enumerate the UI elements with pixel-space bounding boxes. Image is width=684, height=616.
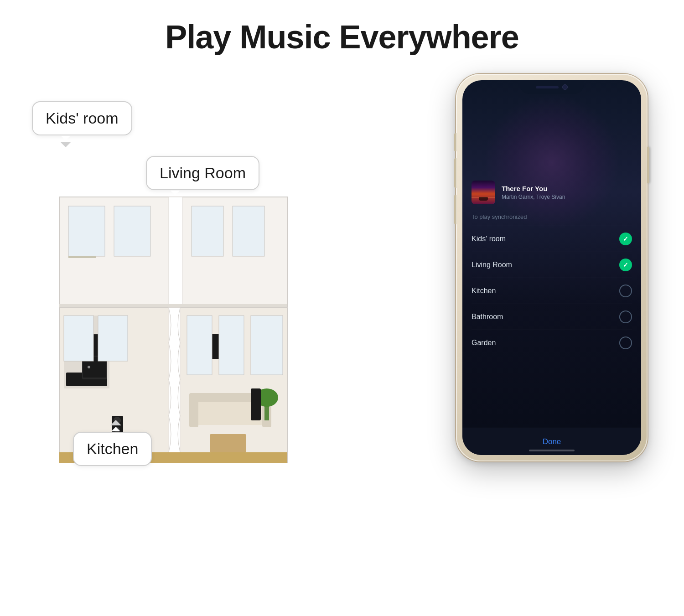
room-name-garden: Garden — [472, 339, 496, 347]
room-name-kitchen: Kitchen — [472, 287, 496, 295]
song-card: There For You Martin Garrix, Troye Sivan — [472, 181, 632, 204]
svg-rect-7 — [59, 304, 287, 308]
left-side: Kids' room Living Room — [27, 83, 337, 585]
mute-button — [454, 133, 456, 151]
bubble-kids-room: Kids' room — [32, 101, 132, 135]
check-icon-living: ✓ — [623, 262, 628, 268]
content-area: Kids' room Living Room — [0, 56, 684, 608]
svg-rect-2 — [114, 206, 150, 256]
svg-rect-3 — [169, 197, 182, 306]
front-camera — [562, 84, 568, 90]
album-sky — [472, 181, 495, 195]
svg-point-15 — [88, 366, 90, 368]
song-info: There For You Martin Garrix, Troye Sivan — [502, 185, 632, 200]
svg-rect-16 — [169, 308, 180, 463]
room-item-kids[interactable]: Kids' room ✓ — [472, 226, 632, 252]
page-title: Play Music Everywhere — [0, 0, 684, 56]
svg-rect-6 — [68, 256, 96, 258]
bubble-living-room: Living Room — [146, 156, 259, 190]
phone: There For You Martin Garrix, Troye Sivan… — [456, 74, 648, 461]
song-area: There For You Martin Garrix, Troye Sivan… — [462, 181, 641, 356]
volume-up-button — [454, 158, 456, 188]
phone-screen: There For You Martin Garrix, Troye Sivan… — [462, 80, 641, 455]
song-artist: Martin Garrix, Troye Sivan — [502, 194, 632, 200]
song-title: There For You — [502, 185, 632, 192]
room-name-bathroom: Bathroom — [472, 313, 503, 321]
svg-rect-33 — [64, 316, 93, 361]
check-living[interactable]: ✓ — [619, 259, 632, 271]
check-kitchen[interactable] — [619, 285, 632, 297]
svg-rect-34 — [98, 316, 128, 361]
room-name-kids: Kids' room — [472, 235, 506, 243]
phone-notch — [520, 80, 584, 94]
done-button[interactable]: Done — [543, 437, 561, 446]
check-bathroom[interactable] — [619, 311, 632, 323]
svg-rect-31 — [219, 316, 244, 375]
check-icon-kids: ✓ — [623, 236, 628, 242]
svg-rect-1 — [68, 206, 105, 256]
bubble-kitchen: Kitchen — [73, 432, 152, 466]
svg-rect-28 — [251, 388, 261, 420]
room-name-living: Living Room — [472, 261, 512, 269]
album-boat — [479, 197, 488, 201]
room-item-living[interactable]: Living Room ✓ — [472, 252, 632, 278]
phone-container: There For You Martin Garrix, Troye Sivan… — [456, 74, 648, 461]
svg-rect-4 — [192, 206, 223, 256]
check-kids[interactable]: ✓ — [619, 233, 632, 245]
room-item-bathroom[interactable]: Bathroom — [472, 304, 632, 330]
sync-label: To play synchronized — [472, 213, 632, 220]
svg-rect-32 — [251, 316, 283, 375]
room-item-garden[interactable]: Garden — [472, 330, 632, 356]
room-item-kitchen[interactable]: Kitchen — [472, 278, 632, 304]
check-garden[interactable] — [619, 336, 632, 349]
svg-rect-30 — [187, 316, 212, 375]
power-button — [647, 147, 649, 183]
room-list: Kids' room ✓ Living Room ✓ — [472, 226, 632, 356]
svg-rect-21 — [210, 434, 246, 452]
album-art — [472, 181, 495, 204]
home-indicator — [529, 450, 575, 451]
speaker-grille — [536, 86, 559, 88]
svg-rect-5 — [233, 206, 264, 256]
volume-down-button — [454, 195, 456, 224]
